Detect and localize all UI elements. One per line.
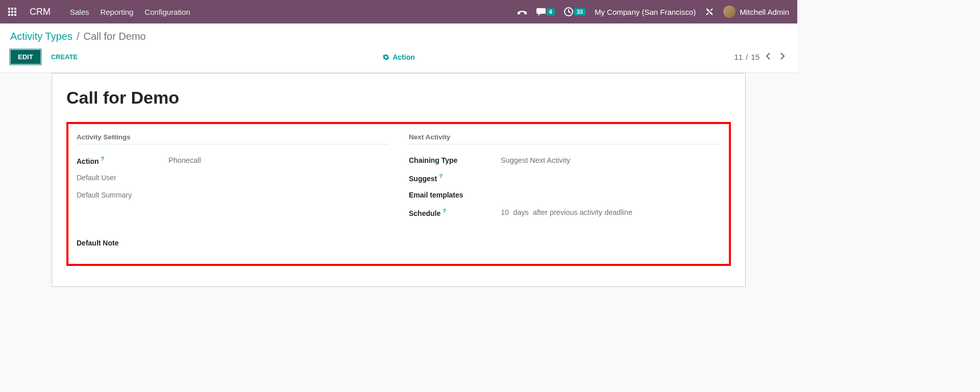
apps-icon[interactable] [8, 8, 16, 16]
pager-total: 15 [751, 53, 760, 61]
app-name[interactable]: CRM [30, 7, 51, 17]
field-chaining-type: Chaining Type Suggest Next Activity [409, 152, 721, 169]
field-default-note: Default Note [77, 234, 721, 252]
pager-current: 11 [734, 53, 743, 61]
label-action: Action? [77, 156, 168, 165]
help-icon[interactable]: ? [101, 156, 105, 162]
gear-icon [382, 54, 389, 61]
label-default-note: Default Note [77, 239, 168, 247]
pager-prev[interactable] [763, 51, 774, 63]
chevron-right-icon [779, 52, 786, 60]
field-default-user: Default User [77, 169, 388, 186]
value-chaining-type: Suggest Next Activity [501, 156, 570, 164]
control-panel: Activity Types / Call for Demo EDIT CREA… [0, 23, 797, 73]
create-button[interactable]: CREATE [51, 53, 78, 61]
value-action: Phonecall [168, 156, 201, 164]
menu-configuration[interactable]: Configuration [144, 8, 190, 16]
user-name: Mitchell Admin [740, 8, 789, 16]
breadcrumb: Activity Types / Call for Demo [0, 23, 797, 45]
topbar-menu: Sales Reporting Configuration [61, 8, 190, 16]
value-schedule: 10 days after previous activity deadline [501, 208, 632, 216]
svg-point-2 [710, 12, 712, 14]
pager-sep: / [746, 53, 748, 61]
chevron-left-icon [765, 52, 772, 60]
messages-icon[interactable]: 4 [536, 8, 555, 16]
label-suggest: Suggest? [409, 173, 501, 183]
page-title: Call for Demo [66, 88, 731, 108]
field-default-summary: Default Summary [77, 186, 388, 204]
label-email-templates: Email templates [409, 191, 501, 199]
menu-reporting[interactable]: Reporting [100, 8, 133, 16]
next-activity-column: Next Activity Chaining Type Suggest Next… [409, 133, 721, 221]
label-default-summary: Default Summary [77, 191, 168, 199]
section-activity-settings: Activity Settings [77, 133, 388, 144]
field-action: Action? Phonecall [77, 152, 388, 169]
form-sheet: Call for Demo Activity Settings Action? … [52, 73, 746, 287]
section-next-activity: Next Activity [409, 133, 721, 144]
voip-icon[interactable] [517, 8, 527, 15]
help-icon[interactable]: ? [443, 208, 446, 214]
breadcrumb-sep: / [77, 31, 80, 42]
debug-icon[interactable] [705, 7, 714, 16]
help-icon[interactable]: ? [439, 173, 443, 179]
field-suggest: Suggest? [409, 169, 721, 186]
action-dropdown[interactable]: Action [382, 53, 415, 61]
form-sheet-wrap: Call for Demo Activity Settings Action? … [0, 73, 797, 307]
label-chaining-type: Chaining Type [409, 156, 501, 164]
action-label: Action [393, 53, 415, 61]
activities-icon[interactable]: 33 [564, 7, 585, 16]
breadcrumb-current: Call for Demo [83, 31, 145, 42]
activities-badge: 33 [574, 8, 585, 15]
company-switcher[interactable]: My Company (San Francisco) [595, 8, 696, 16]
pager-next[interactable] [777, 51, 788, 63]
svg-point-1 [707, 9, 709, 11]
field-schedule: Schedule? 10 days after previous activit… [409, 204, 721, 221]
edit-button[interactable]: EDIT [9, 48, 42, 65]
menu-sales[interactable]: Sales [70, 8, 89, 16]
field-email-templates: Email templates [409, 186, 721, 204]
label-schedule: Schedule? [409, 208, 501, 217]
user-menu[interactable]: Mitchell Admin [723, 6, 789, 18]
activity-settings-column: Activity Settings Action? Phonecall Defa… [77, 133, 388, 221]
topbar: CRM Sales Reporting Configuration 4 33 M… [0, 0, 797, 23]
pager: 11 / 15 [734, 51, 788, 63]
highlighted-region: Activity Settings Action? Phonecall Defa… [66, 122, 731, 266]
breadcrumb-parent[interactable]: Activity Types [10, 31, 72, 42]
avatar [723, 6, 736, 18]
label-default-user: Default User [77, 174, 168, 182]
messages-badge: 4 [547, 8, 555, 15]
